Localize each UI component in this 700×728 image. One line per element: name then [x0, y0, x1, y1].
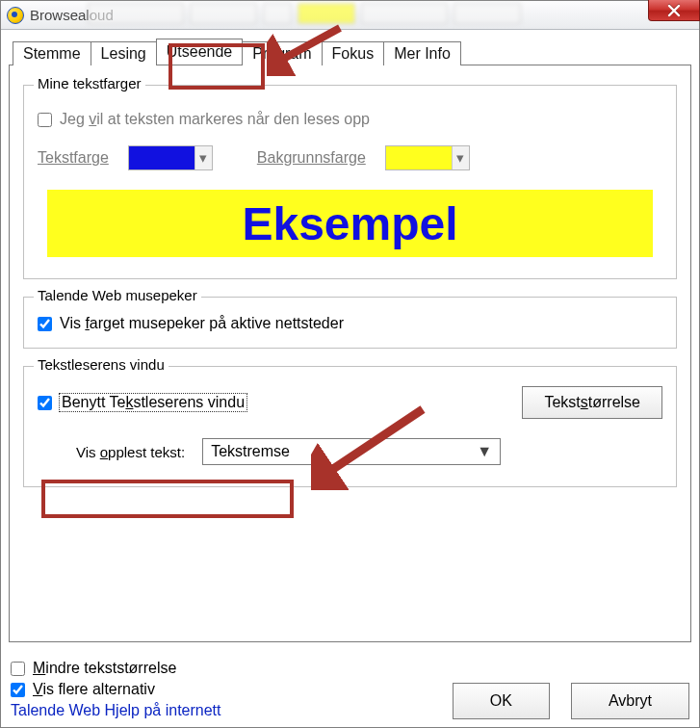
row-display-read-text: Vis opplest tekst: Tekstremse ▼: [38, 438, 662, 465]
chk-coloured-cursor-row: Vis farget musepeker på aktive nettstede…: [38, 315, 662, 332]
bg-color-swatch: [386, 146, 452, 169]
close-icon: [667, 4, 681, 17]
group-textreader-window: Tekstleserens vindu Benytt Tekstleserens…: [23, 366, 677, 487]
chevron-down-icon: ▾: [452, 146, 469, 169]
chk-more-options-label: Vis flere alternativ: [33, 681, 155, 698]
row-use-textreader: Benytt Tekstleserens vindu Tekststørrels…: [38, 386, 662, 419]
tab-content: Mine tekstfarger Jeg vil at teksten mark…: [9, 65, 691, 642]
tab-fokus[interactable]: Fokus: [322, 41, 385, 65]
text-color-swatch: [129, 146, 194, 169]
footer-buttons: OK Avbryt: [453, 683, 689, 719]
cancel-button[interactable]: Avbryt: [571, 683, 689, 719]
bg-color-label: Bakgrunnsfarge: [257, 149, 366, 167]
tab-utseende[interactable]: Utseende: [156, 39, 244, 65]
chk-highlight-row: Jeg vil at teksten markeres når den lese…: [38, 111, 662, 128]
text-size-button[interactable]: Tekststørrelse: [522, 386, 662, 419]
bg-color-dropdown[interactable]: ▾: [385, 145, 470, 170]
chevron-down-icon: ▼: [477, 443, 492, 460]
tab-program[interactable]: Program: [242, 41, 322, 65]
group-text-colors: Mine tekstfarger Jeg vil at teksten mark…: [23, 85, 677, 279]
footer-left: Mindre tekststørrelse Vis flere alternat…: [11, 660, 221, 719]
chk-smaller-text-row: Mindre tekststørrelse: [11, 660, 221, 677]
dialog-window: Browsealoud Stemme Lesing Utseende Progr…: [0, 0, 700, 728]
display-read-text-label: Vis opplest tekst:: [76, 444, 185, 460]
text-color-dropdown[interactable]: ▾: [128, 145, 213, 170]
chk-highlight-label: Jeg vil at teksten markeres når den lese…: [60, 111, 370, 128]
tab-row: Stemme Lesing Utseende Program Fokus Mer…: [9, 38, 691, 65]
tab-lesing[interactable]: Lesing: [91, 41, 157, 65]
chk-use-textreader-label: Benytt Tekstleserens vindu: [60, 394, 246, 411]
close-button[interactable]: [648, 0, 700, 21]
color-pick-row: Tekstfarge ▾ Bakgrunnsfarge ▾: [38, 145, 662, 170]
chk-coloured-cursor-label: Vis farget musepeker på aktive nettstede…: [60, 315, 344, 332]
app-icon: [7, 7, 24, 24]
chk-more-options-row: Vis flere alternativ: [11, 681, 221, 698]
chk-use-textreader-row: Benytt Tekstleserens vindu: [38, 394, 246, 411]
chk-more-options[interactable]: [11, 683, 25, 697]
group-text-colors-legend: Mine tekstfarger: [34, 75, 145, 91]
select-value: Tekstremse: [211, 443, 290, 460]
tab-merinfo[interactable]: Mer Info: [383, 41, 461, 65]
chevron-down-icon: ▾: [194, 146, 212, 169]
footer: Mindre tekststørrelse Vis flere alternat…: [9, 656, 691, 719]
background-decoration: [88, 3, 521, 24]
chk-smaller-text-label: Mindre tekststørrelse: [33, 660, 176, 677]
client-area: Stemme Lesing Utseende Program Fokus Mer…: [9, 38, 691, 719]
example-preview: Eksempel: [47, 190, 653, 257]
tab-stemme[interactable]: Stemme: [13, 41, 91, 65]
group-mouse-legend: Talende Web musepeker: [34, 287, 201, 303]
chk-coloured-cursor[interactable]: [38, 317, 52, 331]
group-mouse-pointer: Talende Web musepeker Vis farget musepek…: [23, 297, 677, 349]
display-read-text-select[interactable]: Tekstremse ▼: [202, 438, 501, 465]
chk-use-textreader[interactable]: [38, 396, 52, 410]
chk-smaller-text[interactable]: [11, 662, 25, 676]
help-link[interactable]: Talende Web Hjelp på internett: [11, 702, 221, 719]
chk-highlight[interactable]: [38, 113, 52, 127]
ok-button[interactable]: OK: [453, 683, 550, 719]
group-textreader-legend: Tekstleserens vindu: [34, 356, 169, 373]
text-color-label: Tekstfarge: [38, 149, 109, 167]
titlebar: Browsealoud: [1, 1, 699, 30]
